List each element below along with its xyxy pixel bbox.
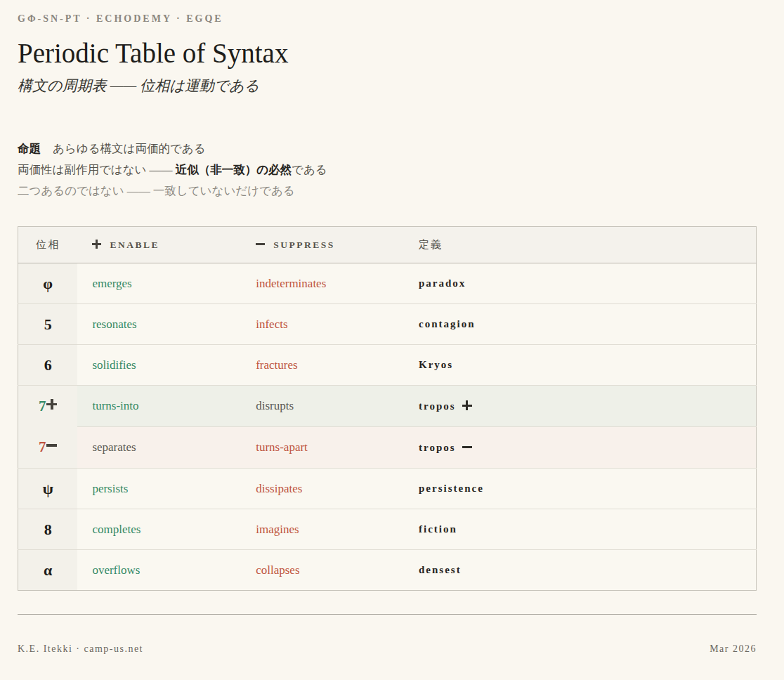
- suppress-word: disrupts: [241, 386, 404, 427]
- definition-word: persistence: [404, 469, 756, 509]
- header-enable-label: ENABLE: [110, 240, 159, 250]
- plus-icon: [46, 399, 57, 410]
- page-title: Periodic Table of Syntax: [18, 38, 757, 69]
- enable-word: completes: [77, 509, 241, 550]
- footer-date: Mar 2026: [710, 643, 757, 655]
- definition-word: paradox: [404, 263, 756, 304]
- proposition-line-1-text: あらゆる構文は両価的である: [53, 142, 206, 155]
- suppress-word: turns-apart: [241, 427, 404, 469]
- table-header-row: 位相 ENABLE SUPPRESS 定義: [18, 227, 757, 263]
- enable-word: overflows: [77, 550, 241, 591]
- header-enable: ENABLE: [77, 227, 241, 263]
- page-subtitle: 構文の周期表 —— 位相は運動である: [18, 75, 757, 96]
- header-phase: 位相: [18, 227, 78, 263]
- proposition-line-3: 二つあるのではない —— 一致していないだけである: [18, 181, 757, 202]
- phase-symbol: 6: [18, 345, 78, 386]
- definition-word: tropos: [404, 427, 756, 469]
- enable-word: turns-into: [77, 386, 241, 427]
- plus-icon: [462, 400, 472, 410]
- header-suppress-label: SUPPRESS: [273, 240, 335, 250]
- suppress-word: imagines: [241, 509, 404, 550]
- suppress-word: indeterminates: [241, 263, 404, 304]
- suppress-word: infects: [241, 304, 404, 345]
- phase-symbol-plus: 7: [18, 386, 77, 427]
- enable-word: resonates: [77, 304, 241, 345]
- table-row: φ emerges indeterminates paradox: [18, 263, 757, 304]
- definition-word: contagion: [404, 304, 756, 345]
- enable-word: emerges: [77, 263, 241, 304]
- enable-word: solidifies: [77, 345, 241, 386]
- phase-symbol: α: [18, 550, 78, 591]
- enable-word: persists: [77, 469, 241, 509]
- minus-icon: [256, 240, 265, 249]
- proposition-line-1: 命題あらゆる構文は両価的である: [18, 138, 757, 159]
- table-row: 8 completes imagines fiction: [18, 509, 757, 550]
- phase-symbol-minus: 7: [18, 427, 77, 469]
- suppress-word: collapses: [241, 550, 404, 591]
- proposition-line-2-pre: 両価性は副作用ではない ——: [18, 163, 176, 176]
- suppress-word: dissipates: [241, 469, 404, 509]
- plus-icon: [92, 240, 101, 249]
- enable-word: separates: [77, 427, 241, 469]
- header-suppress: SUPPRESS: [241, 227, 404, 263]
- table-row: α overflows collapses densest: [18, 550, 757, 591]
- suppress-word: fractures: [241, 345, 404, 386]
- phase-symbol: 8: [18, 509, 78, 550]
- table-row: 7 7 turns-into disrupts tropos: [18, 386, 757, 427]
- phase-symbol: 5: [18, 304, 78, 345]
- proposition-label: 命題: [18, 142, 41, 155]
- phase-symbol: φ: [18, 263, 78, 304]
- definition-word: tropos: [404, 386, 756, 427]
- header-definition: 定義: [404, 227, 756, 263]
- footer-author: K.E. Itekki · camp-us.net: [18, 643, 143, 655]
- proposition-block: 命題あらゆる構文は両価的である 両価性は副作用ではない —— 近似（非一致）の必…: [18, 138, 757, 202]
- table-row: separates turns-apart tropos: [18, 427, 757, 469]
- minus-icon: [462, 442, 472, 452]
- footer: K.E. Itekki · camp-us.net Mar 2026: [18, 643, 757, 655]
- proposition-line-2-bold: 近似（非一致）の必然: [176, 163, 292, 176]
- phase-symbol: ψ: [18, 469, 78, 509]
- proposition-line-2-post: である: [292, 163, 327, 176]
- table-row: 6 solidifies fractures Kryos: [18, 345, 757, 386]
- syntax-table: 位相 ENABLE SUPPRESS 定義 φ emerges indeterm…: [18, 226, 757, 591]
- eyebrow: GΦ-SN-PT · ECHODEMY · EGQE: [18, 13, 757, 25]
- definition-word: fiction: [404, 509, 756, 550]
- table-row: ψ persists dissipates persistence: [18, 469, 757, 509]
- minus-icon: [46, 440, 57, 450]
- definition-word: Kryos: [404, 345, 756, 386]
- phase-symbol-pair: 7 7: [18, 386, 78, 469]
- table-row: 5 resonates infects contagion: [18, 304, 757, 345]
- footer-divider: [18, 614, 757, 615]
- proposition-line-2: 両価性は副作用ではない —— 近似（非一致）の必然である: [18, 159, 757, 181]
- definition-word: densest: [404, 550, 756, 591]
